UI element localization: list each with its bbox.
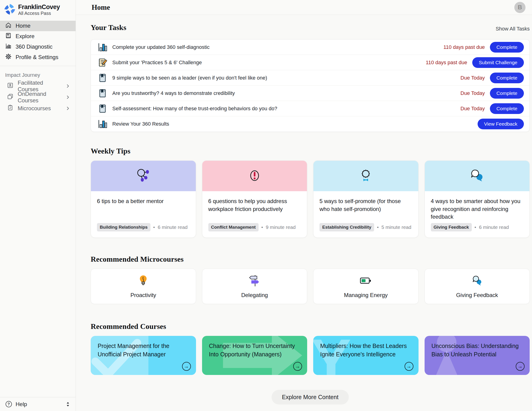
lightbulb-icon (137, 274, 150, 288)
course-title: Unconscious Bias: Understanding Bias to … (432, 342, 523, 358)
weekly-tips-grid: 6 tips to be a better mentor Building Re… (91, 161, 530, 238)
complete-button[interactable]: Complete (490, 42, 524, 53)
weekly-tips-heading: Weekly Tips (91, 147, 530, 155)
task-row[interactable]: Review Your 360 Results View Feedback (91, 116, 530, 132)
sidebar-item-explore[interactable]: Explore (0, 31, 76, 42)
complete-button[interactable]: Complete (490, 103, 524, 114)
collapse-expand-icon[interactable] (66, 401, 70, 407)
book-icon (5, 32, 12, 40)
task-title: Self-assessment: How many of these trust… (112, 105, 277, 112)
submit-challenge-button[interactable]: Submit Challenge (472, 57, 524, 68)
course-card[interactable]: Y Multipliers: How the Best Leaders Igni… (313, 336, 418, 375)
dot-separator: • (261, 224, 263, 230)
stacked-cards-icon (7, 93, 13, 101)
show-all-tasks-link[interactable]: Show All Tasks (496, 26, 530, 32)
explore-more-content-button[interactable]: Explore More Content (272, 390, 349, 404)
main-area: Home B Your Tasks Show All Tasks Complet… (76, 0, 532, 411)
courses-grid: Project Management for the Unofficial Pr… (91, 336, 530, 375)
view-feedback-button[interactable]: View Feedback (478, 119, 524, 129)
tip-card-header (425, 161, 530, 191)
tip-title: 5 ways to self-promote (for those who ha… (320, 197, 412, 213)
sidebar: FranklinCovey All Access Pass Home Explo… (0, 0, 76, 411)
task-title: Submit your 'Practices 5 & 6' Challenge (112, 59, 202, 66)
task-due-label: Due Today (460, 90, 485, 96)
help-label[interactable]: Help (16, 401, 27, 408)
microcourse-card[interactable]: Proactivity (91, 269, 196, 304)
sidebar-footer: ? Help (0, 397, 76, 411)
tip-card-header (91, 161, 196, 191)
task-title: Review Your 360 Results (112, 121, 169, 127)
sidebar-item-home[interactable]: Home (0, 21, 76, 31)
course-card[interactable]: Unconscious Bias: Understanding Bias to … (425, 336, 530, 375)
page-title: Home (92, 3, 110, 12)
book-bookmark-icon (98, 73, 107, 83)
tip-card[interactable]: 6 questions to help you address workplac… (202, 161, 307, 238)
dot-separator: • (377, 224, 379, 230)
sidebar-item-label: 360 Diagnostic (16, 44, 53, 50)
tip-title: 6 questions to help you address workplac… (208, 197, 301, 213)
content: Your Tasks Show All Tasks Complete your … (76, 15, 532, 411)
microcourse-label: Managing Energy (344, 292, 388, 298)
course-title: Multipliers: How the Best Leaders Ignite… (320, 342, 412, 358)
tip-title: 6 tips to be a better mentor (97, 197, 190, 205)
primary-nav: Home Explore 360 Diagnostic Profile & Se… (0, 21, 76, 63)
microcourse-label: Delegating (241, 292, 268, 298)
microcourses-grid: Proactivity Delegating Managing Energy G… (91, 269, 530, 304)
task-row[interactable]: Are you trustworthy? 4 ways to demonstra… (91, 86, 530, 101)
person-card-icon (7, 82, 13, 90)
gear-icon (5, 53, 12, 61)
brand: FranklinCovey All Access Pass (0, 0, 76, 21)
avatar[interactable]: B (514, 2, 525, 13)
open-course-arrow-icon[interactable]: → (516, 362, 524, 371)
microcourse-card[interactable]: Managing Energy (313, 269, 418, 304)
open-course-arrow-icon[interactable]: → (405, 362, 413, 371)
sidebar-item-microcourses[interactable]: Microcourses (0, 103, 76, 114)
task-due-label: Due Today (460, 105, 485, 112)
open-course-arrow-icon[interactable]: → (293, 362, 302, 371)
notebook-pencil-icon (98, 58, 107, 67)
chat-bubbles-icon (468, 167, 486, 185)
mentor-network-icon (134, 167, 152, 185)
courses-heading: Recommended Courses (91, 322, 530, 331)
book-bookmark-icon (98, 104, 107, 113)
tip-tag: Building Relationships (97, 223, 151, 231)
tip-card[interactable]: 6 tips to be a better mentor Building Re… (91, 161, 196, 238)
task-row[interactable]: Self-assessment: How many of these trust… (91, 101, 530, 116)
book-bookmark-icon (98, 89, 107, 98)
complete-button[interactable]: Complete (490, 73, 524, 83)
chevron-right-icon (65, 84, 70, 89)
task-due-label: Due Today (460, 75, 485, 81)
tip-tag: Conflict Management (208, 223, 258, 231)
microcourse-card[interactable]: Delegating (202, 269, 307, 304)
tip-card-header (314, 161, 418, 191)
impact-journey-label: Impact Journey (0, 66, 76, 80)
tip-card[interactable]: 5 ways to self-promote (for those who ha… (313, 161, 418, 238)
tip-card[interactable]: 4 ways to be smarter about how you give … (425, 161, 530, 238)
sidebar-item-ondemand-courses[interactable]: OnDemand Courses (0, 92, 76, 103)
microcourse-card[interactable]: Giving Feedback (425, 269, 530, 304)
sidebar-item-profile-settings[interactable]: Profile & Settings (0, 52, 76, 63)
task-title: Complete your updated 360 self-diagnosti… (112, 44, 209, 50)
dot-separator: • (475, 224, 476, 230)
task-row[interactable]: Complete your updated 360 self-diagnosti… (91, 39, 530, 55)
task-row[interactable]: 9 simple ways to be seen as a leader (ev… (91, 70, 530, 86)
chat-bubbles-icon (471, 274, 484, 288)
task-title: 9 simple ways to be seen as a leader (ev… (112, 75, 267, 81)
franklincovey-logo-icon (4, 4, 15, 16)
open-course-arrow-icon[interactable]: → (182, 362, 191, 371)
clipboard-check-icon (7, 105, 13, 112)
sidebar-item-facilitated-courses[interactable]: Facilitated Courses (0, 80, 76, 92)
task-row[interactable]: Submit your 'Practices 5 & 6' Challenge … (91, 55, 530, 70)
brand-name: FranklinCovey (18, 4, 60, 11)
course-card[interactable]: Project Management for the Unofficial Pr… (91, 336, 196, 375)
complete-button[interactable]: Complete (490, 88, 524, 99)
sidebar-item-360-diagnostic[interactable]: 360 Diagnostic (0, 42, 76, 52)
tip-tag: Establishing Credibility (320, 223, 374, 231)
bar-chart-icon (98, 119, 107, 129)
chevron-right-icon (65, 106, 70, 111)
task-due-label: 110 days past due (443, 44, 485, 50)
sidebar-item-label: Explore (16, 33, 34, 39)
course-card[interactable]: Change: How to Turn Uncertainty Into Opp… (202, 336, 307, 375)
alert-icon (246, 167, 264, 185)
tasks-panel: Complete your updated 360 self-diagnosti… (91, 39, 530, 132)
